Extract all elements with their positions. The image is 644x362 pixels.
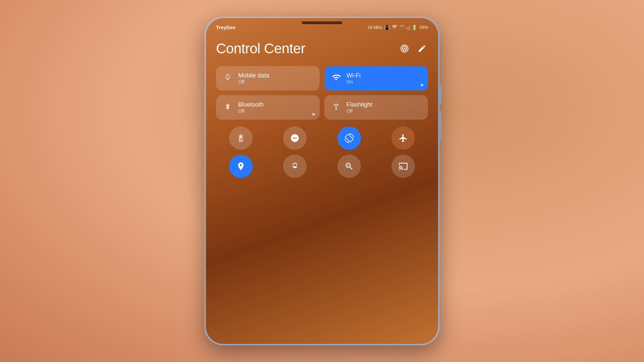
wifi-arrow-icon: ▶ [421, 82, 424, 87]
status-icons: 16 kB/s 📳 ◁ 🔋 33% [368, 24, 428, 31]
status-bar: TreyDev 16 kB/s 📳 ◁ 🔋 33% [206, 18, 438, 34]
cast-button[interactable] [391, 155, 415, 178]
edit-icon-button[interactable] [416, 43, 428, 55]
mobile-data-label: Mobile data [238, 72, 269, 79]
circle-buttons-row2 [216, 155, 428, 178]
flashlight-tile[interactable]: Flashlight Off [324, 95, 428, 120]
phone-notch [302, 21, 342, 24]
bluetooth-label: Bluetooth [238, 101, 264, 108]
airplane-button[interactable] [391, 126, 415, 150]
auto-rotate-button[interactable] [337, 126, 361, 150]
battery-icon: 🔋 [412, 25, 417, 30]
volume-button[interactable] [440, 111, 441, 141]
zoom-button[interactable] [337, 155, 361, 178]
bluetooth-text: Bluetooth Off [238, 101, 264, 114]
dnd-button[interactable] [283, 126, 307, 150]
wifi-label: Wi-Fi [346, 72, 361, 79]
location-button[interactable] [229, 155, 253, 178]
flashlight-icon [331, 103, 341, 112]
settings-icon-button[interactable] [398, 43, 411, 55]
tile-grid: Mobile data Off Wi-Fi On ▶ [216, 66, 428, 120]
flashlight-text: Flashlight Off [346, 101, 372, 114]
title-icons [398, 43, 428, 55]
mobile-data-text: Mobile data Off [238, 72, 269, 84]
bluetooth-tile[interactable]: Bluetooth Off ▶ [216, 95, 320, 120]
page-title: Control Center [216, 41, 305, 57]
bluetooth-icon [223, 103, 233, 112]
wifi-tile[interactable]: Wi-Fi On ▶ [324, 66, 428, 90]
battery-percent: 33% [419, 25, 428, 30]
wifi-status-icon [392, 24, 397, 31]
mobile-data-sublabel: Off [238, 79, 269, 84]
phone-screen: TreyDev 16 kB/s 📳 ◁ 🔋 33% [206, 18, 438, 344]
flashlight-label: Flashlight [346, 101, 372, 108]
wifi-icon [331, 73, 341, 84]
circle-buttons-row1 [216, 126, 428, 150]
hotspot-button[interactable] [283, 155, 307, 178]
phone-frame: TreyDev 16 kB/s 📳 ◁ 🔋 33% [205, 17, 439, 345]
network-speed: 16 kB/s [368, 25, 382, 30]
bluetooth-arrow-icon: ▶ [313, 112, 316, 116]
carrier-name: TreyDev [216, 24, 235, 30]
power-button[interactable] [440, 84, 441, 104]
wifi-text: Wi-Fi On [346, 72, 361, 84]
mobile-data-tile[interactable]: Mobile data Off [216, 66, 320, 90]
flashlight-sublabel: Off [346, 108, 372, 114]
wifi-sublabel: On [346, 79, 361, 84]
signal-icon: ◁ [399, 24, 410, 31]
bluetooth-sublabel: Off [238, 108, 264, 114]
vibrate-icon: 📳 [384, 25, 390, 30]
battery-saver-button[interactable] [229, 126, 253, 150]
mobile-data-icon [223, 73, 233, 83]
control-center-content: Control Center [206, 34, 438, 185]
title-row: Control Center [216, 41, 428, 57]
